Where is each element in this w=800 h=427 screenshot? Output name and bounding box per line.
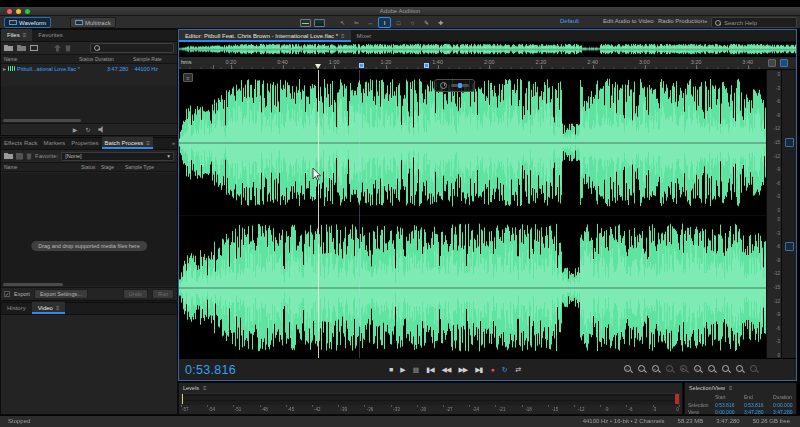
run-button[interactable]: Run xyxy=(152,289,174,299)
loop-playback-button[interactable]: ↻ xyxy=(502,364,508,375)
panel-menu-icon[interactable]: ≡ xyxy=(203,385,207,391)
show-waveform-view-button[interactable] xyxy=(300,19,311,27)
column-sample-rate[interactable]: Sample Rate xyxy=(133,56,162,62)
paintbrush-selection-tool-button[interactable]: ✎ xyxy=(421,18,432,27)
selection-start-value[interactable]: 0:53.816 xyxy=(715,402,744,408)
volume-slider[interactable] xyxy=(451,84,469,87)
preview-play-button[interactable]: ▶ xyxy=(73,126,78,133)
slip-tool-button[interactable]: ↔ xyxy=(365,18,376,27)
help-search-input[interactable] xyxy=(724,20,794,26)
zoom-in-amplitude-button[interactable]: + xyxy=(652,365,660,373)
undo-button[interactable]: Undo xyxy=(123,289,148,299)
batch-save-icon[interactable] xyxy=(16,153,23,160)
files-horizontal-scrollbar[interactable] xyxy=(3,119,81,122)
column-status[interactable]: Status xyxy=(79,56,95,62)
tab-favorites[interactable]: Favorites xyxy=(32,29,69,41)
batch-open-icon[interactable] xyxy=(4,153,13,159)
column-name[interactable]: Name xyxy=(1,56,79,62)
time-selection-tool-button[interactable]: I xyxy=(379,18,390,27)
column-sample-type[interactable]: Sample Type xyxy=(125,164,154,170)
razor-tool-button[interactable]: ✂ xyxy=(351,18,362,27)
files-list-empty-area[interactable] xyxy=(1,86,177,123)
help-search-field[interactable] xyxy=(711,17,797,28)
vertical-zoom-button[interactable] xyxy=(768,59,776,67)
tab-files[interactable]: Files ≡ xyxy=(1,29,32,41)
auto-play-speaker-icon[interactable] xyxy=(98,126,105,133)
panel-menu-icon[interactable]: ≡ xyxy=(23,32,27,38)
zoom-out-point-button[interactable]: - xyxy=(708,365,716,373)
tab-effects-rack[interactable]: Effects Rack xyxy=(1,137,41,149)
column-name[interactable]: Name xyxy=(1,164,81,170)
levels-panel-header[interactable]: Levels ≡ xyxy=(179,383,682,393)
amplitude-ruler[interactable]: 0-3-6-9-12-15-12-9-6-30 0-3-6-9-12-15-12… xyxy=(766,70,781,360)
record-button[interactable]: ● xyxy=(490,364,493,375)
skip-selection-button[interactable]: ⇄ xyxy=(516,364,522,375)
batch-drop-zone[interactable]: Drag and drop supported media files here xyxy=(1,173,177,286)
skip-to-start-button[interactable]: ▮◀ xyxy=(426,364,433,375)
selection-view-header[interactable]: Selection/View ≡ xyxy=(685,383,796,393)
workspace-edit-audio-to-video-button[interactable]: Edit Audio to Video xyxy=(603,18,654,24)
favorite-dropdown[interactable]: [None] ▾ xyxy=(61,152,174,161)
import-file-icon[interactable] xyxy=(17,45,26,51)
channel-divider[interactable] xyxy=(179,215,796,216)
zoom-in-time-button[interactable]: + xyxy=(624,365,632,373)
panel-menu-icon[interactable]: ≡ xyxy=(729,385,733,391)
tab-properties[interactable]: Properties xyxy=(68,137,101,149)
waveform-edit-badge[interactable]: ≡ xyxy=(183,73,193,82)
left-channel-scroll-handle[interactable] xyxy=(785,138,794,147)
timeline-ruler[interactable]: hms 0:200:401:001:201:402:002:202:403:00… xyxy=(179,57,796,70)
snap-toggle-button[interactable] xyxy=(750,365,758,373)
delete-file-icon[interactable] xyxy=(65,45,71,52)
insert-into-multitrack-icon[interactable] xyxy=(54,45,61,52)
rewind-button[interactable]: ◀◀ xyxy=(442,364,451,375)
volume-knob-icon[interactable] xyxy=(440,82,447,89)
selection-duration-value[interactable]: 0:00.000 xyxy=(773,402,799,408)
tab-batch-process[interactable]: Batch Process ≡ xyxy=(102,137,153,149)
show-spectral-view-button[interactable] xyxy=(314,19,325,27)
share-button[interactable] xyxy=(736,365,744,373)
waveform-mode-button[interactable]: Waveform xyxy=(4,17,51,28)
workspace-radio-production-button[interactable]: Radio Production xyxy=(658,18,704,24)
files-search-field[interactable] xyxy=(90,43,174,53)
selection-handle-right[interactable] xyxy=(424,63,429,68)
open-file-icon[interactable] xyxy=(4,45,13,51)
column-status[interactable]: Status xyxy=(81,164,101,170)
stop-button[interactable]: ■ xyxy=(389,364,392,375)
panel-menu-icon[interactable]: ≡ xyxy=(341,33,345,39)
tab-video[interactable]: Video ≡ xyxy=(32,302,66,314)
move-tool-button[interactable]: ↖ xyxy=(337,18,348,27)
vertical-scroll-strip[interactable] xyxy=(781,70,796,360)
waveform-overview[interactable] xyxy=(179,42,796,57)
panel-menu-icon[interactable]: ≡ xyxy=(56,305,60,311)
zoom-full-button[interactable] xyxy=(722,365,730,373)
skip-to-end-button[interactable]: ▶▮ xyxy=(475,364,482,375)
selection-handle-left[interactable] xyxy=(359,63,364,68)
multitrack-mode-button[interactable]: Multitrack xyxy=(70,17,116,28)
batch-horizontal-scrollbar[interactable] xyxy=(3,283,63,286)
batch-delete-icon[interactable] xyxy=(26,153,32,160)
column-stage[interactable]: Stage xyxy=(101,164,125,170)
tab-editor[interactable]: Editor: Pitbull Feat. Chris Brown - Inte… xyxy=(179,30,351,42)
selection-end-value[interactable]: 0:53.816 xyxy=(744,402,773,408)
volume-hud[interactable] xyxy=(434,79,475,92)
zoom-in-point-button[interactable]: + xyxy=(694,365,702,373)
preview-loop-button[interactable]: ↻ xyxy=(85,126,90,133)
tab-history[interactable]: History xyxy=(1,302,32,314)
lasso-selection-tool-button[interactable]: ○ xyxy=(407,18,418,27)
fast-forward-button[interactable]: ▶▶ xyxy=(458,364,467,375)
right-channel-scroll-handle[interactable] xyxy=(785,242,794,251)
current-time-display[interactable]: 0:53.816 xyxy=(185,363,236,377)
export-checkbox[interactable]: ✓ xyxy=(4,291,10,297)
tab-markers[interactable]: Markers xyxy=(41,137,69,149)
workspace-default-button[interactable]: Default xyxy=(560,18,579,24)
file-row[interactable]: ▸ Pitbull...ational Love.flac * 3:47.280… xyxy=(1,64,177,73)
panel-menu-icon[interactable]: ≡ xyxy=(146,140,150,146)
playhead[interactable] xyxy=(318,70,319,360)
new-file-icon[interactable] xyxy=(30,45,38,51)
files-search-input[interactable] xyxy=(103,45,173,51)
channel-display-button[interactable] xyxy=(780,59,788,67)
export-settings-button[interactable]: Export Settings... xyxy=(34,289,88,299)
tab-overflow-icon[interactable]: » xyxy=(172,140,175,146)
pause-button[interactable]: ▮▮ xyxy=(413,364,419,375)
spot-healing-brush-tool-button[interactable]: ✚ xyxy=(435,18,446,27)
